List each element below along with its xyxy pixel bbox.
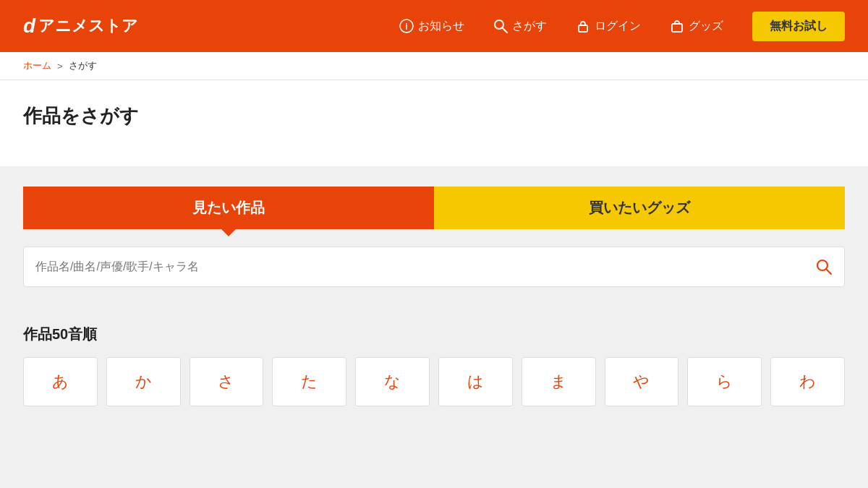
- search-bar: [23, 247, 845, 287]
- gojuon-button[interactable]: や: [605, 357, 679, 406]
- gojuon-button[interactable]: ら: [687, 357, 762, 406]
- svg-rect-5: [672, 24, 682, 32]
- header: d アニメストア i お知らせ さがす: [0, 0, 868, 52]
- info-icon: i: [399, 19, 414, 33]
- nav-item-news[interactable]: i お知らせ: [399, 19, 464, 34]
- nav-label-login: ログイン: [595, 19, 641, 34]
- nav-item-search[interactable]: さがす: [493, 19, 547, 34]
- svg-line-7: [827, 270, 831, 274]
- gojuon-button[interactable]: な: [355, 357, 430, 406]
- search-input[interactable]: [35, 260, 815, 273]
- gojuon-button[interactable]: か: [106, 357, 181, 406]
- breadcrumb-separator: >: [57, 61, 63, 72]
- gojuon-grid: あかさたなはまやらわ: [23, 357, 845, 406]
- main-section: 作品をさがす: [0, 80, 868, 166]
- gojuon-button[interactable]: あ: [23, 357, 98, 406]
- tabs: 見たい作品 買いたいグッズ: [23, 187, 845, 229]
- search-icon: [493, 19, 508, 33]
- svg-point-6: [817, 260, 827, 270]
- page-title: 作品をさがす: [23, 103, 845, 129]
- svg-point-2: [495, 20, 503, 29]
- gojuon-button[interactable]: さ: [190, 357, 264, 406]
- breadcrumb: ホーム > さがす: [0, 52, 868, 80]
- logo-area: d アニメストア: [23, 14, 138, 38]
- breadcrumb-current: さがす: [69, 59, 97, 72]
- logo-text: アニメストア: [38, 15, 138, 37]
- gojuon-title: 作品50音順: [23, 325, 845, 344]
- nav-label-goods: グッズ: [689, 19, 723, 34]
- nav-label-news: お知らせ: [418, 19, 464, 34]
- gojuon-button[interactable]: ま: [522, 357, 596, 406]
- lock-icon: [576, 19, 590, 33]
- nav-item-goods[interactable]: グッズ: [670, 19, 723, 34]
- tab-watch[interactable]: 見たい作品: [23, 187, 434, 229]
- nav-item-login[interactable]: ログイン: [576, 19, 641, 34]
- gojuon-button[interactable]: は: [438, 357, 513, 406]
- bag-icon: [670, 19, 684, 33]
- svg-text:i: i: [405, 22, 407, 32]
- tab-search-section: 見たい作品 買いたいグッズ: [0, 166, 868, 304]
- gojuon-section: 作品50音順 あかさたなはまやらわ: [0, 304, 868, 424]
- free-trial-button[interactable]: 無料お試し: [752, 12, 845, 41]
- breadcrumb-home-link[interactable]: ホーム: [23, 59, 51, 72]
- tab-buy[interactable]: 買いたいグッズ: [434, 187, 845, 229]
- svg-line-3: [503, 28, 507, 33]
- gojuon-button[interactable]: た: [272, 357, 346, 406]
- gojuon-button[interactable]: わ: [770, 357, 845, 406]
- nav-label-search: さがす: [512, 19, 547, 34]
- logo-d-letter: d: [23, 14, 35, 38]
- search-button[interactable]: [815, 258, 833, 275]
- main-nav: i お知らせ さがす ログイン: [399, 19, 723, 34]
- svg-rect-4: [579, 25, 587, 32]
